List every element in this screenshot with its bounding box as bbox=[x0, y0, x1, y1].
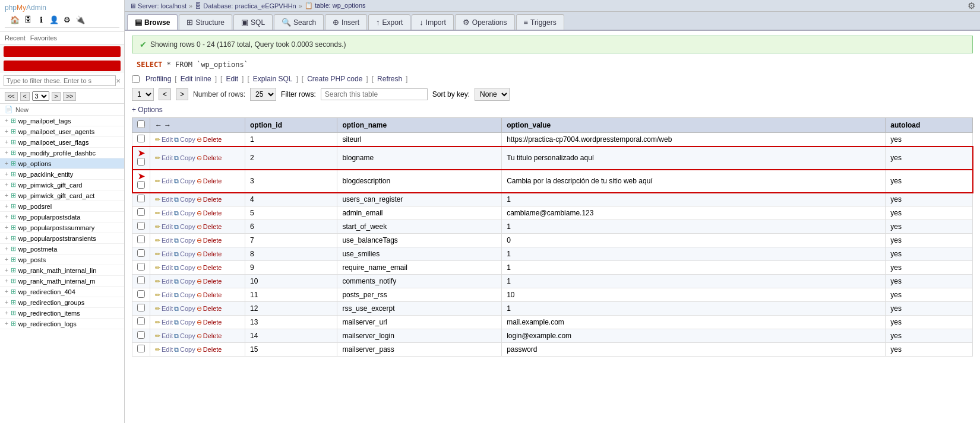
edit-row-link[interactable]: Edit bbox=[162, 136, 173, 143]
edit-row-link[interactable]: Edit bbox=[162, 278, 173, 285]
edit-row-link[interactable]: Edit bbox=[162, 332, 173, 339]
row-checkbox[interactable] bbox=[137, 317, 145, 325]
row-checkbox[interactable] bbox=[137, 290, 145, 298]
sidebar-item-wp-pimwick-act[interactable]: + ⊞ wp_pimwick_gift_card_act bbox=[0, 190, 124, 201]
delete-row-link[interactable]: Delete bbox=[203, 223, 222, 230]
sidebar-item-wp-mailpoet-user-flags[interactable]: + ⊞ wp_mailpoet_user_flags bbox=[0, 137, 124, 148]
favorites-link[interactable]: Favorites bbox=[30, 34, 57, 42]
edit-row-link[interactable]: Edit bbox=[162, 154, 173, 161]
sidebar-item-wp-mailpoet-user-agents[interactable]: + ⊞ wp_mailpoet_user_agents bbox=[0, 126, 124, 137]
edit-row-link[interactable]: Edit bbox=[162, 319, 173, 326]
sort-by-select[interactable]: None bbox=[475, 88, 510, 101]
plugin-icon[interactable]: 🔌 bbox=[75, 14, 86, 25]
create-php-link[interactable]: Create PHP code bbox=[307, 75, 362, 83]
edit-row-link[interactable]: Edit bbox=[162, 250, 173, 257]
filter-input[interactable] bbox=[4, 75, 116, 86]
sidebar-item-wp-postmeta[interactable]: + ⊞ wp_postmeta bbox=[0, 244, 124, 255]
delete-row-link[interactable]: Delete bbox=[203, 237, 222, 244]
delete-row-link[interactable]: Delete bbox=[203, 305, 222, 312]
search-input[interactable] bbox=[321, 88, 428, 100]
tab-import[interactable]: ↓ Import bbox=[412, 14, 454, 30]
row-checkbox[interactable] bbox=[137, 331, 145, 339]
sidebar-item-wp-packlink[interactable]: + ⊞ wp_packlink_entity bbox=[0, 169, 124, 180]
delete-row-link[interactable]: Delete bbox=[203, 177, 222, 185]
row-checkbox[interactable] bbox=[137, 263, 145, 271]
delete-row-link[interactable]: Delete bbox=[203, 136, 222, 143]
copy-row-link[interactable]: Copy bbox=[180, 250, 195, 257]
tab-browse[interactable]: ▤ Browse bbox=[127, 14, 178, 30]
user-icon[interactable]: 👤 bbox=[49, 14, 59, 25]
delete-row-link[interactable]: Delete bbox=[203, 209, 222, 217]
th-option-value[interactable]: option_value bbox=[502, 118, 886, 133]
edit-row-link[interactable]: Edit bbox=[162, 291, 173, 298]
sidebar-item-wp-rank-math-lin[interactable]: + ⊞ wp_rank_math_internal_lin bbox=[0, 265, 124, 276]
explain-sql-link[interactable]: Explain SQL bbox=[253, 75, 293, 83]
copy-row-link[interactable]: Copy bbox=[180, 237, 195, 244]
tab-triggers[interactable]: ≡ Triggers bbox=[516, 14, 564, 30]
settings-icon[interactable]: ⚙ bbox=[62, 14, 72, 25]
row-checkbox[interactable] bbox=[137, 195, 145, 202]
delete-row-link[interactable]: Delete bbox=[203, 250, 222, 257]
sidebar-item-wp-redirection-items[interactable]: + ⊞ wp_redirection_items bbox=[0, 308, 124, 319]
home-icon[interactable]: 🏠 bbox=[10, 14, 20, 25]
sidebar-item-wp-modify-profile[interactable]: + ⊞ wp_modify_profile_dashbc bbox=[0, 148, 124, 158]
delete-row-link[interactable]: Delete bbox=[203, 332, 222, 339]
edit-row-link[interactable]: Edit bbox=[162, 223, 173, 230]
copy-row-link[interactable]: Copy bbox=[180, 223, 195, 230]
edit-row-link[interactable]: Edit bbox=[162, 196, 173, 203]
row-checkbox[interactable] bbox=[137, 276, 145, 284]
sidebar-item-wp-redirection-logs[interactable]: + ⊞ wp_redirection_logs bbox=[0, 319, 124, 329]
options-link[interactable]: + Options bbox=[132, 106, 163, 114]
edit-row-link[interactable]: Edit bbox=[162, 237, 173, 244]
profiling-checkbox[interactable] bbox=[132, 75, 140, 83]
row-checkbox[interactable] bbox=[137, 208, 145, 216]
filter-clear-button[interactable]: ✕ bbox=[116, 78, 121, 84]
sidebar-item-wp-podsrel[interactable]: + ⊞ wp_podsrel bbox=[0, 201, 124, 212]
page-number-select[interactable]: 1 bbox=[132, 88, 154, 101]
edit-row-link[interactable]: Edit bbox=[162, 209, 173, 217]
sidebar-item-wp-redirection-404[interactable]: + ⊞ wp_redirection_404 bbox=[0, 287, 124, 297]
copy-row-link[interactable]: Copy bbox=[180, 264, 195, 271]
tab-operations[interactable]: ⚙ Operations bbox=[455, 14, 515, 30]
sidebar-item-wp-redirection-groups[interactable]: + ⊞ wp_redirection_groups bbox=[0, 297, 124, 308]
delete-row-link[interactable]: Delete bbox=[203, 278, 222, 285]
copy-row-link[interactable]: Copy bbox=[180, 196, 195, 203]
sidebar-item-wp-mailpoet-tags[interactable]: + ⊞ wp_mailpoet_tags bbox=[0, 116, 124, 126]
sidebar-item-wp-options[interactable]: + ⊞ wp_options bbox=[0, 158, 124, 169]
edit-link[interactable]: Edit bbox=[226, 75, 238, 83]
delete-row-link[interactable]: Delete bbox=[203, 319, 222, 326]
copy-row-link[interactable]: Copy bbox=[180, 209, 195, 217]
refresh-link[interactable]: Refresh bbox=[377, 75, 402, 83]
row-checkbox[interactable] bbox=[137, 158, 145, 166]
sidebar-item-wp-posts[interactable]: + ⊞ wp_posts bbox=[0, 255, 124, 265]
page-prev-button[interactable]: < bbox=[159, 88, 171, 100]
copy-row-link[interactable]: Copy bbox=[180, 319, 195, 326]
copy-row-link[interactable]: Copy bbox=[180, 177, 195, 185]
tab-sql[interactable]: ▣ SQL bbox=[233, 14, 273, 30]
edit-row-link[interactable]: Edit bbox=[162, 177, 173, 185]
row-checkbox[interactable] bbox=[137, 236, 145, 243]
row-checkbox[interactable] bbox=[137, 222, 145, 230]
rows-per-page-select[interactable]: 25 bbox=[250, 88, 276, 101]
row-checkbox[interactable] bbox=[137, 181, 145, 189]
profiling-link[interactable]: Profiling bbox=[146, 75, 171, 83]
sidebar-item-wp-rank-math-m[interactable]: + ⊞ wp_rank_math_internal_m bbox=[0, 276, 124, 287]
tab-export[interactable]: ↑ Export bbox=[368, 14, 410, 30]
th-option-id[interactable]: option_id bbox=[245, 118, 337, 133]
copy-row-link[interactable]: Copy bbox=[180, 291, 195, 298]
new-item[interactable]: 📄 New bbox=[0, 104, 124, 116]
copy-row-link[interactable]: Copy bbox=[180, 332, 195, 339]
edit-row-link[interactable]: Edit bbox=[162, 305, 173, 312]
page-next-button[interactable]: > bbox=[176, 88, 188, 100]
nav-next-next-button[interactable]: >> bbox=[63, 92, 76, 101]
db-icon[interactable]: 🗄 bbox=[23, 14, 33, 25]
delete-row-link[interactable]: Delete bbox=[203, 154, 222, 161]
delete-row-link[interactable]: Delete bbox=[203, 291, 222, 298]
th-autoload[interactable]: autoload bbox=[886, 118, 973, 133]
nav-next-button[interactable]: > bbox=[52, 92, 61, 101]
select-all-checkbox[interactable] bbox=[137, 120, 145, 128]
tab-insert[interactable]: ⊕ Insert bbox=[325, 14, 367, 30]
nav-prev-button[interactable]: < bbox=[20, 92, 30, 101]
row-checkbox[interactable] bbox=[137, 345, 145, 352]
delete-row-link[interactable]: Delete bbox=[203, 196, 222, 203]
